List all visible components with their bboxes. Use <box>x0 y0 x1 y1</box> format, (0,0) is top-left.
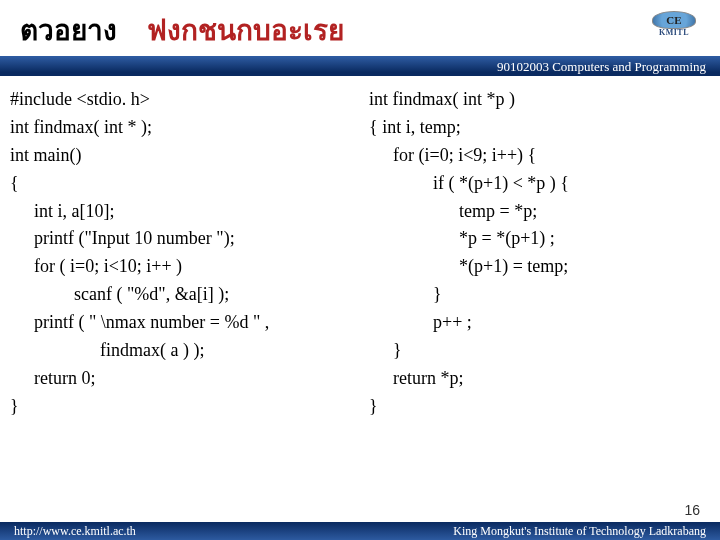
code-line: int findmax( int *p ) <box>369 86 712 114</box>
code-line: printf ("Input 10 number "); <box>10 225 353 253</box>
code-line: int i, a[10]; <box>10 198 353 226</box>
code-line: for ( i=0; i<10; i++ ) <box>10 253 353 281</box>
code-line: scanf ( "%d", &a[i] ); <box>10 281 353 309</box>
course-bar: 90102003 Computers and Programming <box>0 56 720 76</box>
footer-institution: King Mongkut's Institute of Technology L… <box>453 524 706 539</box>
code-line: temp = *p; <box>369 198 712 226</box>
example-label: ตวอยาง <box>20 8 117 52</box>
page-number: 16 <box>684 502 700 518</box>
slide-header: ตวอยาง ฟงกชนกบอะเรย <box>0 0 720 56</box>
code-line: int findmax( int * ); <box>10 114 353 142</box>
course-code: 90102003 Computers and Programming <box>497 59 706 75</box>
code-line: findmax( a ) ); <box>10 337 353 365</box>
code-line: return 0; <box>10 365 353 393</box>
footer-bar: http://www.ce.kmitl.ac.th King Mongkut's… <box>0 522 720 540</box>
code-line: for (i=0; i<9; i++) { <box>369 142 712 170</box>
logo-text-top: CE <box>652 11 696 29</box>
code-line: { int i, temp; <box>369 114 712 142</box>
code-line: } <box>369 393 712 421</box>
code-line: int main() <box>10 142 353 170</box>
slide-title: ฟงกชนกบอะเรย <box>147 8 344 52</box>
code-line: } <box>369 337 712 365</box>
code-line: } <box>10 393 353 421</box>
code-line: if ( *(p+1) < *p ) { <box>369 170 712 198</box>
code-content: #include <stdio. h> int findmax( int * )… <box>0 76 720 421</box>
code-left-column: #include <stdio. h> int findmax( int * )… <box>8 86 359 421</box>
code-line: printf ( " \nmax number = %d " , <box>10 309 353 337</box>
code-line: return *p; <box>369 365 712 393</box>
code-line: *p = *(p+1) ; <box>369 225 712 253</box>
code-line: #include <stdio. h> <box>10 86 353 114</box>
logo-text-bottom: KMITL <box>659 28 689 37</box>
code-line: p++ ; <box>369 309 712 337</box>
code-line: { <box>10 170 353 198</box>
footer-url: http://www.ce.kmitl.ac.th <box>14 524 136 539</box>
code-line: } <box>369 281 712 309</box>
institution-logo: CE KMITL <box>646 6 702 42</box>
code-right-column: int findmax( int *p ) { int i, temp; for… <box>359 86 712 421</box>
code-line: *(p+1) = temp; <box>369 253 712 281</box>
